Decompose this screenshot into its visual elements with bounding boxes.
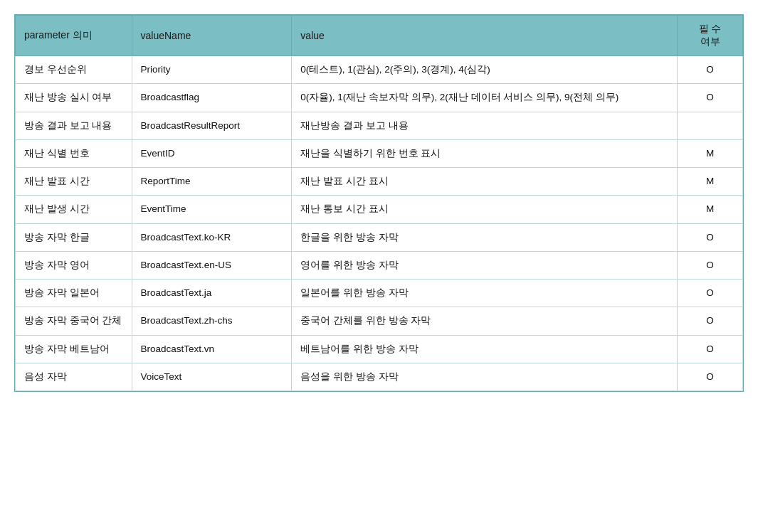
cell-value-name: BroadcastText.zh-chs [132, 307, 292, 335]
table-row: 재난 발표 시간ReportTime재난 발표 시간 표시M [16, 168, 743, 196]
cell-value: 재난방송 결과 보고 내용 [292, 112, 678, 139]
cell-value-name: EventID [132, 139, 292, 167]
table-row: 재난 방송 실시 여부Broadcastflag0(자율), 1(재난 속보자막… [16, 84, 743, 112]
cell-param-meaning: 방송 자막 중국어 간체 [16, 307, 132, 335]
cell-required: O [678, 335, 743, 363]
cell-value-name: BroadcastText.ko-KR [132, 223, 292, 251]
cell-required: O [678, 56, 743, 84]
data-table: parameter 의미 valueName value 필 수 여부 경보 우… [15, 15, 743, 391]
cell-value-name: BroadcastResultReport [132, 112, 292, 139]
table-row: 방송 자막 일본어BroadcastText.ja일본어를 위한 방송 자막O [16, 280, 743, 307]
cell-value: 재난 통보 시간 표시 [292, 196, 678, 223]
cell-value: 중국어 간체를 위한 방송 자막 [292, 307, 678, 335]
cell-value-name: BroadcastText.ja [132, 280, 292, 307]
cell-required: O [678, 307, 743, 335]
cell-value-name: BroadcastText.en-US [132, 251, 292, 279]
cell-value-name: BroadcastText.vn [132, 335, 292, 363]
cell-required: O [678, 84, 743, 112]
table-row: 재난 발생 시간EventTime재난 통보 시간 표시M [16, 196, 743, 223]
cell-value: 0(테스트), 1(관심), 2(주의), 3(경계), 4(심각) [292, 56, 678, 84]
cell-value: 0(자율), 1(재난 속보자막 의무), 2(재난 데이터 서비스 의무), … [292, 84, 678, 112]
cell-required: M [678, 168, 743, 196]
cell-value: 베트남어를 위한 방송 자막 [292, 335, 678, 363]
header-required: 필 수 여부 [678, 16, 743, 56]
cell-value: 한글을 위한 방송 자막 [292, 223, 678, 251]
cell-value: 재난을 식별하기 위한 번호 표시 [292, 139, 678, 167]
cell-required: M [678, 196, 743, 223]
table-row: 방송 자막 영어BroadcastText.en-US영어를 위한 방송 자막O [16, 251, 743, 279]
cell-param-meaning: 재난 식별 번호 [16, 139, 132, 167]
cell-value: 음성을 위한 방송 자막 [292, 363, 678, 390]
table-row: 방송 자막 한글BroadcastText.ko-KR한글을 위한 방송 자막O [16, 223, 743, 251]
cell-value-name: Priority [132, 56, 292, 84]
cell-param-meaning: 재난 방송 실시 여부 [16, 84, 132, 112]
cell-required: M [678, 139, 743, 167]
table-row: 방송 결과 보고 내용BroadcastResultReport재난방송 결과 … [16, 112, 743, 139]
cell-value-name: Broadcastflag [132, 84, 292, 112]
header-param-meaning: parameter 의미 [16, 16, 132, 56]
cell-value: 영어를 위한 방송 자막 [292, 251, 678, 279]
table-row: 방송 자막 중국어 간체BroadcastText.zh-chs중국어 간체를 … [16, 307, 743, 335]
table-row: 음성 자막VoiceText음성을 위한 방송 자막O [16, 363, 743, 390]
cell-required: O [678, 223, 743, 251]
header-value: value [292, 16, 678, 56]
cell-param-meaning: 방송 자막 한글 [16, 223, 132, 251]
cell-value: 재난 발표 시간 표시 [292, 168, 678, 196]
cell-param-meaning: 방송 결과 보고 내용 [16, 112, 132, 139]
table-row: 재난 식별 번호EventID재난을 식별하기 위한 번호 표시M [16, 139, 743, 167]
cell-param-meaning: 음성 자막 [16, 363, 132, 390]
cell-value-name: ReportTime [132, 168, 292, 196]
cell-value-name: EventTime [132, 196, 292, 223]
cell-param-meaning: 재난 발표 시간 [16, 168, 132, 196]
cell-value-name: VoiceText [132, 363, 292, 390]
cell-param-meaning: 방송 자막 베트남어 [16, 335, 132, 363]
cell-param-meaning: 재난 발생 시간 [16, 196, 132, 223]
cell-required: O [678, 251, 743, 279]
cell-param-meaning: 방송 자막 일본어 [16, 280, 132, 307]
table-row: 경보 우선순위Priority0(테스트), 1(관심), 2(주의), 3(경… [16, 56, 743, 84]
table-row: 방송 자막 베트남어BroadcastText.vn베트남어를 위한 방송 자막… [16, 335, 743, 363]
main-table-wrapper: parameter 의미 valueName value 필 수 여부 경보 우… [14, 14, 744, 392]
cell-param-meaning: 경보 우선순위 [16, 56, 132, 84]
cell-required: O [678, 280, 743, 307]
cell-required [678, 112, 743, 139]
cell-required: O [678, 363, 743, 390]
cell-value: 일본어를 위한 방송 자막 [292, 280, 678, 307]
cell-param-meaning: 방송 자막 영어 [16, 251, 132, 279]
header-value-name: valueName [132, 16, 292, 56]
